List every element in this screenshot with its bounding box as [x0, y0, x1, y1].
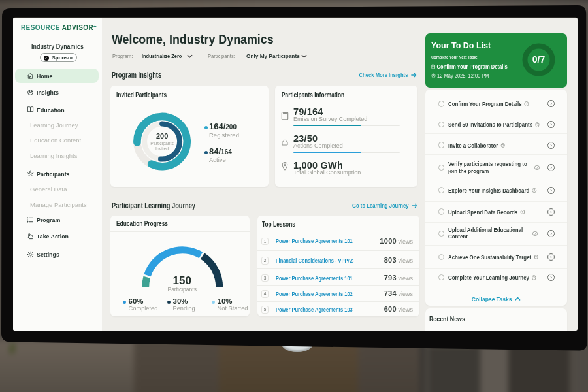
svg-text:200: 200	[155, 132, 167, 140]
svg-text:Invited: Invited	[155, 146, 169, 150]
